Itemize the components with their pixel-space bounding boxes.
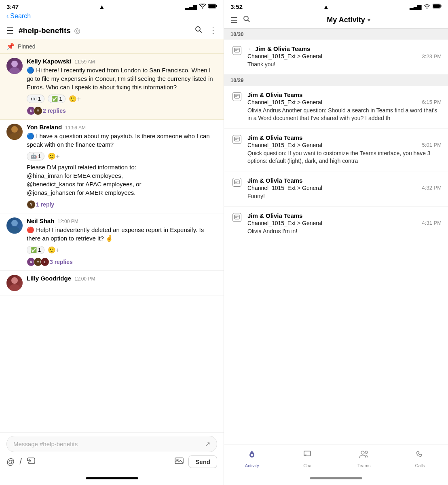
activity-preview-1: Thank you! — [247, 61, 442, 69]
replies-yon[interactable]: Y 1 reply — [27, 200, 217, 209]
send-button[interactable]: Send — [188, 455, 217, 468]
source-row-3: Jim & Olivia Teams — [247, 134, 442, 141]
image-icon[interactable] — [175, 457, 184, 466]
search-icon[interactable] — [194, 25, 203, 36]
add-reaction-icon[interactable]: 🙂+ — [69, 95, 80, 103]
reply-link-neil[interactable]: 3 replies — [50, 259, 73, 265]
hamburger-right-icon[interactable]: ☰ — [230, 15, 238, 25]
msg-text-neil: 🔴 Help! I inadvertently deleted an expen… — [27, 226, 217, 242]
hamburger-icon[interactable]: ☰ — [6, 26, 14, 36]
tab-label-calls: Calls — [415, 463, 425, 468]
activity-preview-5: Olivia Andrus I'm in! — [247, 228, 442, 236]
svg-point-36 — [251, 454, 253, 456]
search-right-icon[interactable] — [243, 15, 251, 25]
home-indicator-left — [86, 477, 138, 479]
avatar-lilly — [6, 275, 23, 291]
avatar-neil — [6, 217, 23, 234]
right-status-icons: ▂▄▆ — [410, 4, 442, 10]
pinned-label: Pinned — [18, 43, 36, 50]
reply-link-kelly[interactable]: 2 replies — [43, 108, 66, 114]
signal-icon: ▂▄▆ — [185, 4, 197, 10]
left-back-bar[interactable]: ‹ Search — [0, 12, 224, 22]
slash-icon[interactable]: / — [19, 457, 22, 466]
msg-text-yon: 🔵 I have a question about my paystub. Is… — [27, 132, 217, 149]
reply-link-yon[interactable]: 1 reply — [36, 201, 54, 208]
bottom-bar-right — [224, 471, 448, 485]
message-neil: Neil Shah 12:00 PM 🔴 Help! I inadvertent… — [0, 213, 224, 271]
tab-chat[interactable]: Chat — [280, 448, 336, 470]
replies-neil[interactable]: K Y L 3 replies — [27, 257, 217, 266]
activity-icon-1 — [232, 46, 241, 55]
channel-row-2: Channel_1015_Ext > General 6:15 PM — [247, 99, 442, 105]
tab-label-activity: Activity — [245, 463, 259, 468]
svg-rect-2 — [209, 4, 216, 8]
channel-title: #help-benefits ⓒ — [19, 26, 190, 35]
reactions-yon: 🤖1 🙂+ — [27, 152, 217, 160]
reaction-check[interactable]: ✅1 — [48, 95, 66, 103]
svg-rect-30 — [235, 180, 239, 184]
svg-point-7 — [11, 126, 18, 133]
pin-icon: 📌 — [6, 42, 15, 50]
input-toolbar: @ / Send — [6, 455, 217, 468]
battery-icon — [208, 4, 217, 10]
msg-text-kelly: 🔵 Hi there! I recently moved from London… — [27, 66, 217, 91]
reply-avatars-yon: Y — [27, 200, 34, 209]
message-input-bar[interactable]: Message #help-benefits ↗ — [6, 436, 217, 452]
activity-preview-3: Quick question: If you want to customize… — [247, 150, 442, 165]
bottom-bar-left — [0, 471, 224, 485]
msg-time-neil: 12:00 PM — [57, 219, 78, 224]
activity-item-1030-1[interactable]: ← Jim & Olivia Teams Channel_1015_Ext > … — [224, 40, 448, 75]
activity-channel-1: Channel_1015_Ext > General — [247, 53, 322, 59]
activity-time-5: 4:31 PM — [422, 220, 442, 226]
add-reaction-yon[interactable]: 🙂+ — [48, 152, 59, 160]
tab-calls[interactable]: Calls — [392, 448, 448, 470]
msg-content-yon: Yon Breland 11:59 AM 🔵 I have a question… — [27, 124, 217, 209]
svg-rect-27 — [235, 137, 239, 141]
right-signal-icon: ▂▄▆ — [410, 4, 421, 10]
activity-preview-4: Funny! — [247, 192, 442, 200]
reply-avatar-yon-1: Y — [27, 200, 36, 209]
reaction-robot[interactable]: 🤖1 — [27, 152, 44, 160]
my-activity-label: My Activity — [327, 16, 365, 24]
activity-icon-wrap-5 — [230, 212, 243, 236]
svg-rect-33 — [235, 215, 239, 219]
at-icon[interactable]: @ — [6, 457, 15, 466]
activity-item-1029-2[interactable]: Jim & Olivia Teams Channel_1015_Ext > Ge… — [224, 129, 448, 171]
msg-header-yon: Yon Breland 11:59 AM — [27, 124, 217, 131]
right-header: ☰ My Activity ▾ — [224, 12, 448, 29]
msg-content-kelly: Kelly Kapowski 11:59 AM 🔵 Hi there! I re… — [27, 58, 217, 115]
activity-tab-icon — [247, 450, 257, 462]
right-header-title[interactable]: My Activity ▾ — [256, 16, 442, 24]
more-icon[interactable]: ⋮ — [209, 25, 217, 36]
calls-tab-icon — [415, 450, 425, 462]
back-label: Search — [10, 13, 31, 20]
tab-teams[interactable]: Teams — [336, 448, 392, 470]
reaction-eyes[interactable]: 👀1 — [27, 95, 44, 103]
activity-icon-wrap-2 — [230, 91, 243, 122]
activity-source-4: Jim & Olivia Teams — [247, 177, 302, 184]
svg-point-39 — [365, 451, 368, 453]
expand-icon[interactable]: ↗ — [205, 440, 210, 448]
svg-point-11 — [11, 277, 18, 284]
msg-content-lilly: Lilly Goodridge 12:00 PM — [27, 275, 217, 291]
activity-item-1029-1[interactable]: Jim & Olivia Teams Channel_1015_Ext > Ge… — [224, 86, 448, 129]
activity-source-2: Jim & Olivia Teams — [247, 91, 302, 98]
replies-kelly[interactable]: K Y 2 replies — [27, 106, 217, 115]
reply-avatars-kelly: K Y — [27, 106, 40, 115]
svg-point-8 — [9, 133, 20, 140]
activity-preview-2: Olivia Andrus Another question: Should a… — [247, 107, 442, 122]
tab-activity[interactable]: Activity — [224, 448, 280, 470]
date-separator-1029: 10/29 — [224, 75, 448, 86]
activity-time-4: 4:32 PM — [422, 185, 442, 191]
add-reaction-neil[interactable]: 🙂+ — [48, 246, 59, 254]
input-area: Message #help-benefits ↗ @ / — [0, 432, 224, 471]
source-row-5: Jim & Olivia Teams — [247, 212, 442, 219]
svg-rect-21 — [235, 48, 239, 52]
reaction-check-neil[interactable]: ✅1 — [27, 246, 44, 254]
avatar-kelly — [6, 58, 23, 74]
svg-line-4 — [200, 31, 202, 33]
activity-source-1: Jim & Olivia Teams — [255, 45, 310, 52]
attachment-icon[interactable] — [27, 457, 36, 466]
activity-item-1029-3[interactable]: Jim & Olivia Teams Channel_1015_Ext > Ge… — [224, 171, 448, 207]
activity-item-1029-4[interactable]: Jim & Olivia Teams Channel_1015_Ext > Ge… — [224, 207, 448, 242]
